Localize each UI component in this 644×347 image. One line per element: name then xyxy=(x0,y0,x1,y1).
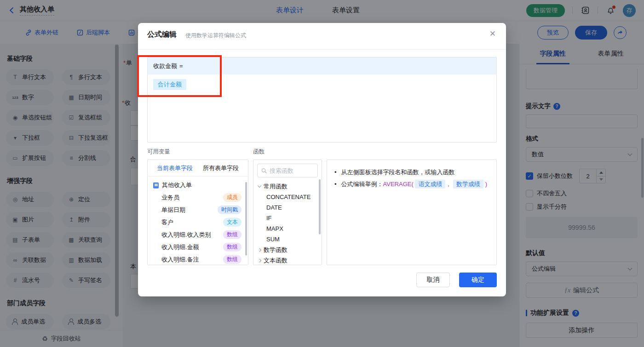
tip-line-1: 从左侧面板选择字段名和函数，或输入函数 xyxy=(334,166,489,178)
form-doc-icon xyxy=(153,182,159,188)
variable-row[interactable]: 客户文本 xyxy=(148,216,248,228)
formula-target-band: 收款金额 = xyxy=(148,57,496,74)
function-group-text[interactable]: 文本函数 xyxy=(253,255,322,265)
variable-row[interactable]: 收入明细.收入类别数组 xyxy=(148,228,248,241)
type-badge: 数组 xyxy=(223,255,242,264)
formula-equals: = xyxy=(179,63,183,69)
formula-input-area[interactable]: 收款金额 = 合计金额 xyxy=(147,57,497,142)
tips-panel: 从左侧面板选择字段名和函数，或输入函数 公式编辑举例：AVERAGE( 语文成绩… xyxy=(327,159,497,265)
search-input[interactable] xyxy=(270,167,314,174)
type-badge: 成员 xyxy=(223,193,242,202)
type-badge: 时间戳 xyxy=(218,205,242,214)
variable-row[interactable]: 收入明细.金额数组 xyxy=(148,241,248,253)
example-function-close: ) xyxy=(485,181,487,188)
chevron-down-icon xyxy=(258,184,261,188)
functions-scrollbar[interactable] xyxy=(319,179,321,234)
type-badge: 文本 xyxy=(223,218,242,227)
function-item[interactable]: MAPX xyxy=(253,223,322,234)
function-item[interactable]: DATE xyxy=(253,202,322,213)
variable-row[interactable]: 收入明细.备注数组 xyxy=(148,253,248,265)
tab-all-form-fields[interactable]: 所有表单字段 xyxy=(203,164,239,172)
cancel-button[interactable]: 取消 xyxy=(416,273,450,287)
variable-row[interactable]: 业务员成员 xyxy=(148,191,248,204)
function-item[interactable]: CONCATENATE xyxy=(253,192,322,202)
type-badge: 数组 xyxy=(223,243,242,251)
confirm-button[interactable]: 确定 xyxy=(459,273,497,287)
chevron-right-icon xyxy=(258,258,261,262)
example-field-tag: 数学成绩 xyxy=(453,180,483,188)
modal-subtitle: 使用数学运算符编辑公式 xyxy=(185,32,246,40)
variable-row[interactable]: 单据日期时间戳 xyxy=(148,204,248,216)
formula-target: 收款金额 xyxy=(153,62,177,70)
variables-label: 可用变量 xyxy=(147,148,170,156)
function-item[interactable]: IF xyxy=(253,213,322,223)
example-function-open: AVERAGE( xyxy=(383,181,414,188)
app-window: 其他收入单 表单设计 表单设置 数据管理 存 表单外链 xyxy=(0,0,644,347)
example-field-tag: 语文成绩 xyxy=(415,180,445,188)
search-icon xyxy=(261,168,267,174)
variables-tree-root[interactable]: 其他收入单 xyxy=(148,176,248,191)
tab-current-form-fields[interactable]: 当前表单字段 xyxy=(157,164,193,172)
header-divider xyxy=(138,49,506,50)
close-icon[interactable]: ✕ xyxy=(489,29,496,39)
formula-editor-modal: 公式编辑 使用数学运算符编辑公式 ✕ 收款金额 = 合计金额 可用变量 函数 当… xyxy=(138,23,506,296)
variables-panel: 当前表单字段 所有表单字段 其他收入单 业务员成员 单据日期时间戳 客户文本 收… xyxy=(147,159,248,265)
chevron-right-icon xyxy=(258,248,261,251)
variables-scrollbar[interactable] xyxy=(245,182,247,256)
modal-title: 公式编辑 xyxy=(147,30,177,40)
formula-field-tag[interactable]: 合计金额 xyxy=(153,79,186,90)
function-search[interactable] xyxy=(257,164,318,177)
function-group-common[interactable]: 常用函数 xyxy=(253,181,322,192)
function-item[interactable]: SUM xyxy=(253,234,322,245)
functions-label: 函数 xyxy=(253,148,264,156)
tip-line-2: 公式编辑举例：AVERAGE( 语文成绩， 数学成绩 ) xyxy=(334,178,489,190)
function-group-math[interactable]: 数学函数 xyxy=(253,245,322,255)
type-badge: 数组 xyxy=(223,230,242,239)
functions-panel: 常用函数 CONCATENATE DATE IF MAPX SUM 数学函数 文… xyxy=(253,159,322,265)
